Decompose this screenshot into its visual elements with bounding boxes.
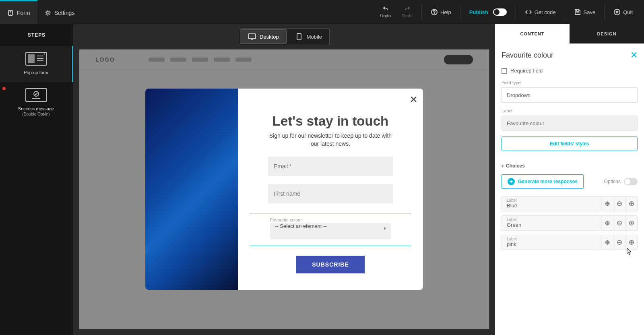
popup-dropdown[interactable]: -- Select an element -- xyxy=(270,223,391,239)
gear-icon xyxy=(45,10,51,16)
choice-remove-button[interactable] xyxy=(613,235,625,250)
form-icon xyxy=(7,10,14,16)
device-desktop-label: Desktop xyxy=(260,34,279,40)
popup-preview[interactable]: × Let's stay in touch Sign up for our ne… xyxy=(145,89,423,290)
tab-design[interactable]: DESIGN xyxy=(570,24,644,43)
edit-styles-button[interactable]: Edit fields' styles xyxy=(502,136,638,151)
device-mobile[interactable]: Mobile xyxy=(287,29,329,45)
popup-close-button[interactable]: × xyxy=(410,93,417,105)
choice-value: Green xyxy=(507,222,596,228)
label-input[interactable] xyxy=(502,116,638,131)
required-checkbox[interactable]: Required field xyxy=(502,68,638,74)
choice-remove-button[interactable] xyxy=(613,196,625,211)
quit-label: Quit xyxy=(623,9,633,15)
generate-label: Generate more responses xyxy=(518,179,578,184)
required-label: Required field xyxy=(510,68,543,74)
publish-toggle[interactable] xyxy=(493,8,507,16)
popup-email-input[interactable] xyxy=(268,157,393,176)
tab-form[interactable]: Form xyxy=(0,0,37,24)
separator xyxy=(516,4,516,20)
options-toggle[interactable] xyxy=(624,178,638,185)
preview-area: LOGO × Let's stay in touch Sign up for o… xyxy=(79,49,489,329)
save-icon xyxy=(574,8,581,16)
device-switcher: Desktop Mobile xyxy=(73,24,495,49)
choice-main[interactable]: Labelpink xyxy=(502,235,601,250)
redo-button[interactable]: Redo xyxy=(397,0,417,24)
popup-subtitle[interactable]: Sign up for our newsletter to keep up to… xyxy=(266,132,395,148)
tab-settings[interactable]: Settings xyxy=(37,0,82,24)
step-success-message[interactable]: Success message (Double Opt-in) xyxy=(0,82,73,124)
desktop-icon xyxy=(248,33,256,40)
separator xyxy=(421,4,422,20)
top-bar: Form Settings Undo Redo Help Publish Get xyxy=(0,0,644,24)
choices-header[interactable]: Choices xyxy=(502,163,638,169)
popup-firstname-input[interactable] xyxy=(268,184,393,203)
popup-dropdown-field[interactable]: Favourite colour -- Select an element --… xyxy=(250,213,411,246)
code-icon xyxy=(525,8,532,16)
panel-close-button[interactable]: ✕ xyxy=(630,50,638,60)
step-title: Pop-up form xyxy=(0,70,72,75)
options-toggle-row: Options xyxy=(604,178,638,185)
popup-subscribe-button[interactable]: SUBSCRIBE xyxy=(296,256,365,273)
panel-tabs: CONTENT DESIGN xyxy=(495,24,644,43)
choice-remove-button[interactable] xyxy=(613,216,625,230)
field-type-select[interactable] xyxy=(502,87,638,103)
choice-main[interactable]: LabelBlue xyxy=(502,196,601,211)
choice-item: LabelBlue xyxy=(502,196,638,211)
get-code-label: Get code xyxy=(535,9,556,15)
publish-button[interactable]: Publish xyxy=(464,0,512,24)
canvas: Desktop Mobile LOGO × Let's stay in touc… xyxy=(73,24,495,335)
undo-label: Undo xyxy=(380,13,390,18)
steps-header: STEPS xyxy=(0,24,73,46)
step-popup-form[interactable]: Pop-up form xyxy=(0,46,73,82)
help-icon xyxy=(431,8,438,16)
svg-point-6 xyxy=(434,14,435,14)
choice-value: Blue xyxy=(507,203,596,209)
publish-label: Publish xyxy=(469,9,488,15)
choice-drag-handle[interactable] xyxy=(601,235,613,250)
choice-main[interactable]: LabelGreen xyxy=(502,216,601,230)
save-button[interactable]: Save xyxy=(569,0,601,24)
svg-point-4 xyxy=(47,12,49,14)
device-mobile-label: Mobile xyxy=(307,34,322,40)
field-type-label: Field type xyxy=(502,80,638,85)
checkbox-icon xyxy=(502,68,507,74)
tab-form-label: Form xyxy=(17,10,30,16)
choice-drag-handle[interactable] xyxy=(601,216,613,230)
undo-icon xyxy=(382,6,389,13)
choice-item: LabelGreen xyxy=(502,215,638,231)
popup-body: × Let's stay in touch Sign up for our ne… xyxy=(238,89,423,290)
choice-add-button[interactable] xyxy=(625,216,637,230)
tab-content[interactable]: CONTENT xyxy=(495,24,570,43)
choice-item: Labelpink xyxy=(502,235,638,250)
alert-dot-icon xyxy=(2,87,6,90)
top-actions: Undo Redo Help Publish Get code Save xyxy=(375,0,644,24)
choice-drag-handle[interactable] xyxy=(601,196,613,211)
step-title: Success message xyxy=(0,106,72,111)
top-tabs: Form Settings xyxy=(0,0,82,24)
help-button[interactable]: Help xyxy=(426,0,456,24)
choice-add-button[interactable] xyxy=(625,196,637,211)
redo-label: Redo xyxy=(402,13,413,18)
step-subtitle: (Double Opt-in) xyxy=(0,112,72,116)
popup-title[interactable]: Let's stay in touch xyxy=(272,114,388,129)
popup-dropdown-label: Favourite colour xyxy=(270,217,391,222)
popup-image[interactable] xyxy=(145,89,238,290)
get-code-button[interactable]: Get code xyxy=(520,0,561,24)
generate-responses-button[interactable]: + Generate more responses xyxy=(502,174,584,189)
device-desktop[interactable]: Desktop xyxy=(240,29,287,44)
choice-add-button[interactable] xyxy=(625,235,637,250)
svg-rect-17 xyxy=(248,34,256,39)
success-message-icon xyxy=(25,88,47,102)
options-label: Options xyxy=(604,179,621,184)
separator xyxy=(460,4,460,20)
choice-label-caption: Label xyxy=(507,237,596,241)
choice-label-caption: Label xyxy=(507,217,596,222)
svg-rect-9 xyxy=(28,54,35,63)
undo-button[interactable]: Undo xyxy=(375,0,395,24)
choice-value: pink xyxy=(507,241,596,247)
redo-icon xyxy=(404,6,411,13)
right-panel: CONTENT DESIGN Favourite colour ✕ Requir… xyxy=(495,24,644,335)
quit-button[interactable]: Quit xyxy=(609,0,638,24)
separator xyxy=(604,4,605,20)
